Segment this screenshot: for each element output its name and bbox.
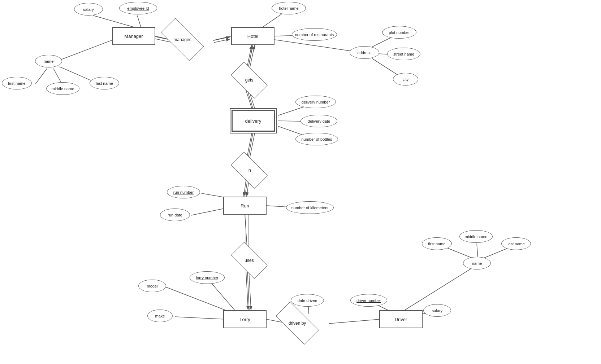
run-number-attr: run number [167,186,200,198]
middle-name-manager-attr: middle name [46,82,79,95]
last-name-manager-attr: last name [90,77,119,89]
first-name-manager-attr: first name [2,77,32,89]
middle-name-driver-attr: middle name [459,230,493,243]
manages-relationship: manages [163,30,202,49]
street-name-attr: street name [387,48,420,60]
salary-manager-attr: salary [74,3,103,16]
hotel-entity: Hotel [231,27,274,45]
delivery-entity: delivery [230,108,277,133]
lorry-number-attr: lorry number [190,271,225,284]
model-attr: model [138,280,166,292]
plot-number-attr: plot number [382,26,416,39]
num-bottles-attr: number of bottles [295,133,338,145]
uses-relationship: uses [233,251,265,269]
num-km-attr: number of kilometers [286,201,334,214]
gets-relationship: gets [233,71,265,89]
driver-number-attr: driver number [350,294,387,307]
svg-line-49 [244,180,246,197]
svg-line-28 [166,287,226,310]
delivery-date-attr: delivery date [300,115,337,127]
date-driven-attr: date driven [291,294,324,307]
er-diagram: Manager Hotel delivery Run Lorry Driver … [0,0,601,364]
name-driver-attr: name [463,257,491,269]
svg-line-0 [93,16,134,27]
lorry-entity: Lorry [223,310,267,328]
first-name-driver-attr: first name [422,237,452,250]
svg-line-1 [137,16,141,27]
svg-line-29 [175,317,226,319]
salary-driver-attr: salary [423,304,451,317]
num-restaurants-attr: number of restaurants [292,28,337,41]
svg-line-3 [35,69,47,84]
svg-line-35 [405,264,478,310]
employee-id-attr: employee Id [119,2,157,14]
manager-entity: Manager [112,27,155,45]
driver-entity: Driver [379,310,423,328]
address-attr: address [350,46,379,59]
hotel-name-attr: hotel name [272,2,306,14]
last-name-driver-attr: last name [501,237,531,250]
run-entity: Run [223,197,267,215]
delivery-number-attr: delivery number [295,96,336,108]
driven-by-relationship: driven by [277,313,317,333]
svg-line-37 [477,244,478,258]
svg-line-43 [214,37,230,40]
connections-layer [0,0,601,364]
name-manager-attr: name [35,55,62,67]
make-attr: make [147,310,173,322]
in-relationship: in [233,161,265,179]
run-date-attr: run date [160,209,190,221]
svg-line-31 [329,319,379,324]
city-attr: city [393,73,418,85]
